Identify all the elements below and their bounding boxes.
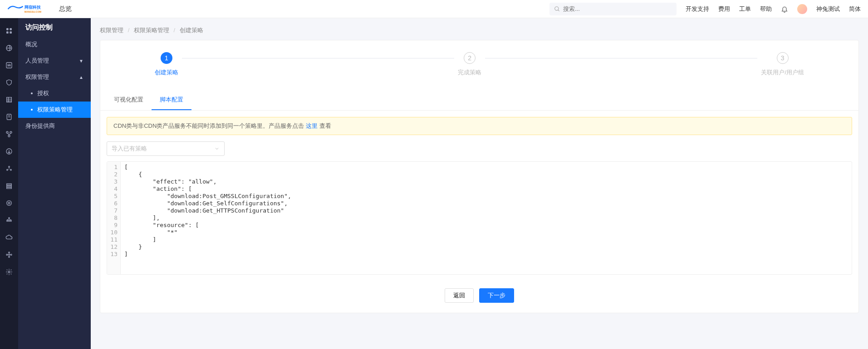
rail-icon-net[interactable] — [0, 247, 18, 263]
sidebar-item-label: 权限策略管理 — [37, 106, 73, 114]
step-3: 3 关联用户/用户组 — [761, 52, 804, 77]
step-circle: 3 — [777, 52, 789, 64]
step-label: 完成策略 — [458, 68, 481, 77]
sidebar-item-permission[interactable]: 权限管理▲ — [18, 69, 91, 85]
svg-point-0 — [555, 6, 559, 10]
sidebar-item-overview[interactable]: 概况 — [18, 36, 91, 53]
svg-rect-8 — [7, 97, 12, 102]
step-label: 创建策略 — [155, 68, 178, 77]
svg-rect-3 — [10, 28, 12, 30]
header-links: 开发支持 费用 工单 帮助 神兔测试 简体 — [686, 4, 861, 14]
tab-visual[interactable]: 可视化配置 — [106, 90, 152, 110]
chevron-down-icon — [214, 146, 220, 151]
lang-selector[interactable]: 简体 — [849, 5, 861, 13]
nav-overview[interactable]: 总览 — [59, 5, 72, 13]
bullet-icon — [31, 109, 33, 111]
svg-rect-24 — [7, 187, 12, 189]
rail-icon-apps[interactable] — [0, 23, 18, 39]
content-card: 1 创建策略 2 完成策略 3 关联用户/用户组 可视化配置 脚本配置 — [100, 40, 859, 313]
rail-icon-nodes[interactable] — [0, 126, 18, 142]
svg-point-31 — [6, 254, 8, 256]
rail-icon-tree[interactable] — [0, 212, 18, 228]
breadcrumb: 权限管理 / 权限策略管理 / 创建策略 — [91, 18, 868, 40]
sidebar-sub-auth[interactable]: 授权 — [18, 85, 91, 102]
search-input[interactable] — [563, 5, 672, 12]
rail-icon-target[interactable] — [0, 195, 18, 211]
svg-point-32 — [10, 254, 12, 256]
bell-icon[interactable] — [781, 5, 788, 13]
sidebar: 访问控制 概况 人员管理▼ 权限管理▲ 授权 权限策略管理 身份提供商 — [18, 18, 91, 349]
svg-point-25 — [7, 201, 12, 206]
link-help[interactable]: 帮助 — [760, 5, 772, 13]
svg-rect-5 — [10, 31, 12, 34]
alert-banner: CDN类与非CDN类产品服务不能同时添加到同一个策略里。产品服务点击 这里 查看 — [107, 117, 852, 135]
rail-icon-arrow[interactable] — [0, 143, 18, 160]
bullet-icon — [31, 92, 33, 94]
icon-rail — [0, 18, 18, 349]
sidebar-item-identity[interactable]: 身份提供商 — [18, 118, 91, 134]
svg-point-20 — [7, 169, 8, 170]
rail-icon-settings[interactable] — [0, 264, 18, 280]
svg-point-34 — [9, 256, 10, 257]
rail-icon-w[interactable] — [0, 57, 18, 73]
user-name[interactable]: 神兔测试 — [816, 5, 840, 13]
caret-down-icon: ▼ — [79, 58, 83, 63]
link-ticket[interactable]: 工单 — [739, 5, 751, 13]
import-policy-select[interactable]: 导入已有策略 — [107, 141, 225, 156]
svg-rect-7 — [6, 63, 12, 68]
svg-point-27 — [9, 218, 10, 219]
breadcrumb-b[interactable]: 权限策略管理 — [134, 27, 169, 34]
svg-point-29 — [9, 220, 10, 222]
step-circle: 1 — [161, 52, 172, 64]
caret-up-icon: ▲ — [79, 75, 83, 80]
svg-rect-22 — [7, 184, 12, 185]
rail-icon-doc[interactable] — [0, 109, 18, 125]
back-button[interactable]: 返回 — [445, 288, 474, 303]
step-circle: 2 — [464, 52, 476, 64]
sidebar-title: 访问控制 — [18, 18, 91, 36]
next-button[interactable]: 下一步 — [479, 288, 514, 303]
step-line — [485, 58, 757, 58]
svg-rect-2 — [6, 28, 9, 30]
top-header: 网宿科技 WANGSU.COM 总览 开发支持 费用 工单 帮助 神兔测试 简体 — [0, 0, 868, 18]
brand-logo[interactable]: 网宿科技 WANGSU.COM — [7, 4, 48, 15]
search-box[interactable] — [549, 3, 677, 15]
rail-icon-grid[interactable] — [0, 92, 18, 108]
sidebar-item-label: 授权 — [37, 89, 49, 97]
rail-icon-list[interactable] — [0, 178, 18, 194]
user-avatar[interactable] — [797, 4, 807, 14]
search-icon — [554, 6, 560, 12]
rail-icon-cluster[interactable] — [0, 160, 18, 177]
rail-icon-globe[interactable] — [0, 40, 18, 56]
button-row: 返回 下一步 — [100, 281, 858, 313]
svg-rect-4 — [6, 31, 9, 34]
code-editor[interactable]: 12345678910111213 [ { "effect": "allow",… — [107, 161, 852, 275]
breadcrumb-sep: / — [128, 27, 130, 34]
link-fee[interactable]: 费用 — [718, 5, 730, 13]
svg-point-30 — [10, 220, 12, 222]
tab-script[interactable]: 脚本配置 — [152, 90, 191, 110]
svg-point-21 — [10, 169, 12, 170]
breadcrumb-a[interactable]: 权限管理 — [100, 27, 123, 34]
step-label: 关联用户/用户组 — [761, 68, 804, 77]
breadcrumb-c: 创建策略 — [180, 27, 203, 34]
steps: 1 创建策略 2 完成策略 3 关联用户/用户组 — [100, 40, 858, 90]
rail-icon-shield[interactable] — [0, 74, 18, 91]
select-placeholder: 导入已有策略 — [112, 145, 147, 153]
sidebar-sub-policy[interactable]: 权限策略管理 — [18, 102, 91, 118]
link-dev-support[interactable]: 开发支持 — [686, 5, 709, 13]
alert-link[interactable]: 这里 — [306, 122, 318, 129]
svg-point-26 — [8, 202, 10, 204]
editor-code[interactable]: [ { "effect": "allow", "action": [ "down… — [121, 162, 852, 274]
svg-line-1 — [558, 10, 559, 11]
rail-icon-cloud[interactable] — [0, 229, 18, 246]
svg-point-28 — [7, 220, 8, 222]
sidebar-item-label: 概况 — [25, 40, 37, 48]
step-line — [182, 58, 454, 58]
main-content: 权限管理 / 权限策略管理 / 创建策略 1 创建策略 2 完成策略 3 — [91, 18, 868, 349]
sidebar-item-personnel[interactable]: 人员管理▼ — [18, 53, 91, 69]
select-row: 导入已有策略 — [100, 141, 858, 161]
breadcrumb-sep: / — [174, 27, 176, 34]
sidebar-item-label: 人员管理 — [25, 57, 49, 65]
sidebar-item-label: 权限管理 — [25, 73, 49, 81]
